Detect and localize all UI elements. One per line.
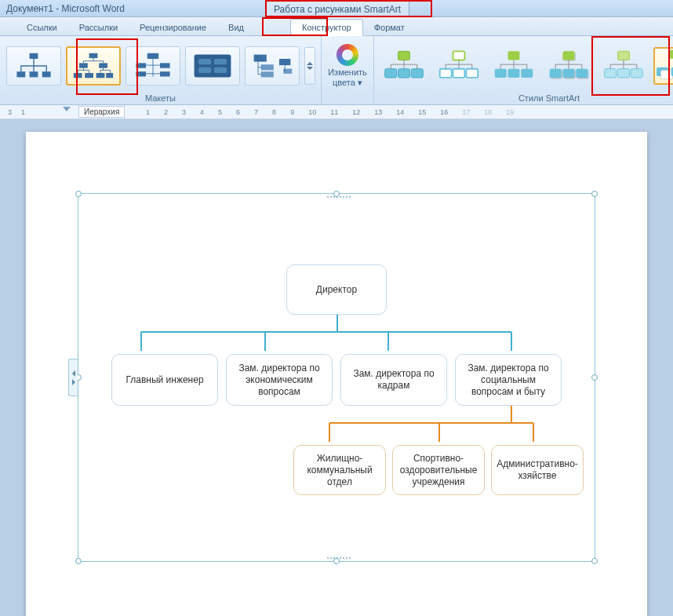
svg-rect-3 bbox=[42, 71, 50, 77]
org-chart[interactable]: Директор Главный инженер Зам. директора … bbox=[78, 194, 595, 561]
svg-rect-22 bbox=[260, 64, 273, 70]
tab-mailings[interactable]: Рассылки bbox=[68, 20, 129, 35]
tab-review[interactable]: Рецензирование bbox=[129, 20, 217, 35]
svg-rect-18 bbox=[213, 59, 226, 64]
svg-rect-45 bbox=[631, 68, 642, 77]
layout-thumb-4[interactable] bbox=[245, 46, 300, 86]
text-pane-toggle[interactable] bbox=[68, 359, 78, 396]
svg-rect-0 bbox=[29, 53, 38, 58]
layout-thumb-3[interactable] bbox=[185, 46, 240, 86]
svg-rect-41 bbox=[576, 68, 588, 77]
ribbon-group-colors: Изменить цвета ▾ bbox=[322, 36, 374, 104]
svg-rect-27 bbox=[385, 68, 397, 77]
svg-rect-46 bbox=[670, 49, 673, 58]
indent-marker-icon[interactable] bbox=[63, 107, 71, 111]
ribbon: Макеты Изменить цвета ▾ Стили SmartArt bbox=[0, 36, 673, 105]
svg-rect-35 bbox=[495, 68, 507, 77]
ribbon-tabs: Ссылки Рассылки Рецензирование Вид Конст… bbox=[0, 17, 673, 36]
smartart-frame[interactable]: Директор Главный инженер Зам. директора … bbox=[78, 193, 595, 562]
org-node-level2[interactable]: Главный инженер bbox=[111, 354, 218, 406]
svg-rect-23 bbox=[260, 71, 273, 77]
ribbon-group-layouts: Макеты bbox=[0, 36, 322, 104]
document-page[interactable]: Директор Главный инженер Зам. директора … bbox=[26, 132, 647, 616]
layout-thumb-0[interactable] bbox=[6, 46, 61, 86]
svg-rect-17 bbox=[198, 59, 211, 64]
svg-rect-26 bbox=[398, 51, 410, 60]
svg-rect-28 bbox=[398, 68, 410, 77]
tab-format[interactable]: Формат bbox=[363, 20, 416, 35]
change-colors-label: Изменить цвета ▾ bbox=[328, 67, 367, 86]
svg-rect-24 bbox=[279, 59, 290, 65]
org-node-level3[interactable]: Жилищно-коммунальный отдел bbox=[293, 445, 386, 495]
svg-rect-29 bbox=[411, 68, 423, 77]
org-node-level3[interactable]: Спортивно-оздоровительные учреждения bbox=[392, 445, 485, 495]
style-thumb-3[interactable] bbox=[544, 47, 594, 85]
svg-rect-10 bbox=[106, 73, 113, 78]
svg-rect-32 bbox=[453, 68, 465, 77]
svg-rect-8 bbox=[85, 73, 93, 78]
svg-rect-33 bbox=[466, 68, 478, 77]
styles-group-label: Стили SmartArt bbox=[518, 92, 580, 103]
style-thumb-0[interactable] bbox=[379, 47, 429, 85]
svg-rect-16 bbox=[194, 54, 231, 77]
ruler-tooltip: Иерархия bbox=[78, 106, 125, 118]
color-wheel-icon bbox=[336, 44, 358, 66]
title-bar: Документ1 - Microsoft Word Работа с рису… bbox=[0, 0, 673, 17]
document-title: Документ1 - Microsoft Word bbox=[6, 3, 125, 14]
svg-rect-6 bbox=[99, 63, 107, 67]
svg-rect-38 bbox=[563, 51, 575, 60]
style-thumb-5[interactable] bbox=[653, 47, 673, 85]
style-thumb-1[interactable] bbox=[434, 47, 484, 85]
tab-design[interactable]: Конструктор bbox=[290, 19, 363, 36]
org-node-level3[interactable]: Административно-хзяйстве bbox=[491, 445, 584, 495]
org-node-level2[interactable]: Зам. директора по кадрам bbox=[340, 354, 447, 406]
svg-rect-31 bbox=[440, 68, 452, 77]
svg-rect-13 bbox=[160, 63, 170, 67]
change-colors-button[interactable]: Изменить цвета ▾ bbox=[326, 41, 369, 89]
svg-rect-5 bbox=[79, 63, 88, 67]
svg-rect-2 bbox=[29, 71, 38, 77]
layout-thumb-1[interactable] bbox=[66, 46, 121, 86]
horizontal-ruler[interactable]: 31 Иерархия 1234567891011121314151617181… bbox=[0, 105, 673, 119]
svg-rect-12 bbox=[136, 63, 146, 67]
svg-rect-42 bbox=[618, 51, 630, 60]
org-node-director[interactable]: Директор bbox=[286, 264, 387, 315]
svg-rect-1 bbox=[16, 71, 25, 77]
svg-rect-21 bbox=[253, 54, 266, 61]
svg-rect-49 bbox=[661, 70, 673, 78]
svg-rect-19 bbox=[198, 67, 211, 72]
svg-rect-20 bbox=[213, 67, 226, 72]
svg-rect-36 bbox=[508, 68, 520, 77]
tab-view[interactable]: Вид bbox=[217, 20, 255, 35]
svg-rect-11 bbox=[147, 53, 158, 58]
org-node-level2[interactable]: Зам. директора по социальным вопросам и … bbox=[455, 354, 562, 406]
workspace[interactable]: Директор Главный инженер Зам. директора … bbox=[0, 119, 673, 616]
svg-rect-9 bbox=[96, 73, 104, 78]
style-thumb-2[interactable] bbox=[489, 47, 539, 85]
tab-references[interactable]: Ссылки bbox=[16, 20, 68, 35]
svg-rect-37 bbox=[521, 68, 533, 77]
ribbon-group-styles: Стили SmartArt bbox=[374, 36, 673, 104]
svg-rect-34 bbox=[508, 51, 520, 60]
svg-rect-44 bbox=[618, 68, 630, 77]
layout-thumb-2[interactable] bbox=[126, 46, 180, 86]
org-node-level2[interactable]: Зам. директора по экономическим вопросам bbox=[226, 354, 333, 406]
svg-rect-40 bbox=[563, 68, 575, 77]
layouts-group-label: Макеты bbox=[145, 92, 176, 103]
svg-rect-43 bbox=[605, 68, 617, 77]
contextual-tab-label: Работа с рисунками SmartArt bbox=[265, 0, 409, 17]
svg-rect-39 bbox=[550, 68, 562, 77]
svg-rect-7 bbox=[73, 73, 82, 78]
svg-rect-4 bbox=[89, 53, 97, 57]
layouts-more-button[interactable] bbox=[304, 47, 315, 85]
svg-rect-30 bbox=[453, 51, 465, 60]
style-thumb-4[interactable] bbox=[598, 47, 649, 85]
